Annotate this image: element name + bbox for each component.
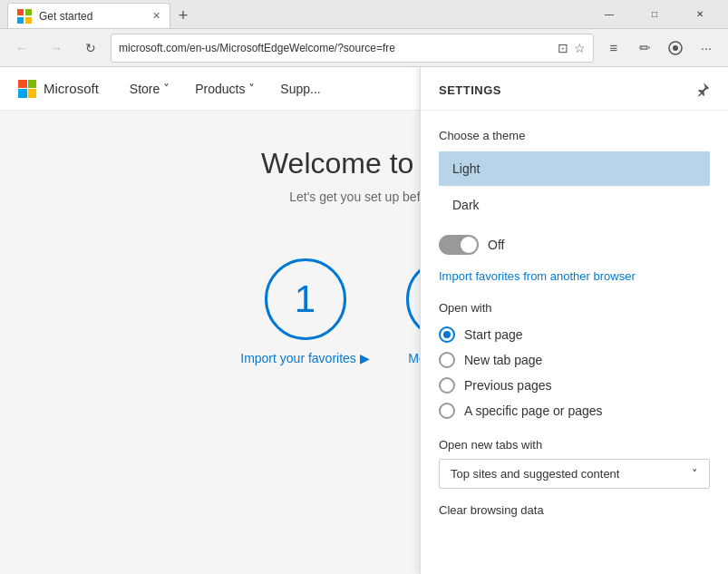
refresh-button[interactable]: ↻ xyxy=(76,34,105,63)
tab-title: Get started xyxy=(39,10,92,23)
tab-area: Get started ✕ + xyxy=(7,0,581,28)
cortana-svg xyxy=(667,40,684,56)
toggle-knob xyxy=(461,237,477,253)
toggle-label: Off xyxy=(488,238,504,252)
web-note-icon[interactable]: ✏ xyxy=(630,34,659,63)
welcome-subtitle: Let's get you set up before xyxy=(289,190,439,204)
svg-rect-2 xyxy=(17,17,24,24)
toggle-row: Off xyxy=(439,235,710,255)
import-favorites-link[interactable]: Import favorites from another browser xyxy=(439,269,710,283)
browser-tab[interactable]: Get started ✕ xyxy=(7,3,170,28)
nav-bar: ← → ↻ microsoft.com/en-us/MicrosoftEdgeW… xyxy=(0,29,728,67)
ms-logo: Microsoft xyxy=(18,80,99,98)
nav-item-products[interactable]: Products ˅ xyxy=(182,67,267,111)
radio-specific-page-circle xyxy=(439,403,455,419)
radio-new-tab-page[interactable]: New tab page xyxy=(439,347,710,373)
content-area: Microsoft Store ˅ Products ˅ Supp... Wel… xyxy=(0,67,728,574)
url-text: microsoft.com/en-us/MicrosoftEdgeWelcome… xyxy=(119,42,552,54)
address-bar[interactable]: microsoft.com/en-us/MicrosoftEdgeWelcome… xyxy=(111,34,594,63)
radio-previous-pages[interactable]: Previous pages xyxy=(439,373,710,398)
clear-browsing-label: Clear browsing data xyxy=(439,503,710,517)
settings-title: SETTINGS xyxy=(439,83,501,97)
ms-logo-text: Microsoft xyxy=(44,81,99,96)
new-tabs-dropdown[interactable]: Top sites and suggested content ˅ xyxy=(439,459,710,489)
radio-specific-page-label: A specific page or pages xyxy=(464,404,603,418)
settings-body: Choose a theme Light Dark Off Import fav… xyxy=(421,111,728,531)
open-with-label: Open with xyxy=(439,301,710,315)
more-actions-icon[interactable]: ··· xyxy=(692,34,721,63)
window-controls: — □ ✕ xyxy=(588,0,721,29)
nav-item-store[interactable]: Store ˅ xyxy=(117,67,182,111)
title-bar: Get started ✕ + — □ ✕ xyxy=(0,0,728,29)
maximize-button[interactable]: □ xyxy=(634,0,675,29)
svg-point-5 xyxy=(673,45,678,51)
radio-specific-page[interactable]: A specific page or pages xyxy=(439,398,710,423)
logo-green xyxy=(28,80,37,89)
radio-start-page[interactable]: Start page xyxy=(439,322,710,347)
toolbar-icons: ≡ ✏ ··· xyxy=(599,34,721,63)
tab-close-button[interactable]: ✕ xyxy=(152,10,160,22)
new-tabs-selected: Top sites and suggested content xyxy=(451,467,619,481)
hub-icon[interactable]: ≡ xyxy=(599,34,628,63)
forward-button[interactable]: → xyxy=(42,34,71,63)
new-tab-button[interactable]: + xyxy=(170,3,196,28)
step-1-label[interactable]: Import your favorites ▶ xyxy=(240,351,370,365)
pin-svg xyxy=(695,82,710,96)
logo-blue xyxy=(18,89,27,98)
radio-new-tab-page-label: New tab page xyxy=(464,353,542,367)
svg-rect-0 xyxy=(17,9,24,15)
close-button[interactable]: ✕ xyxy=(679,0,721,29)
theme-toggle[interactable] xyxy=(439,235,479,255)
tab-favicon xyxy=(17,9,32,24)
radio-previous-pages-circle xyxy=(439,377,455,394)
logo-yellow xyxy=(28,89,37,98)
theme-dark-option[interactable]: Dark xyxy=(439,188,710,222)
svg-rect-3 xyxy=(25,17,32,24)
nav-item-support[interactable]: Supp... xyxy=(267,67,333,111)
minimize-button[interactable]: — xyxy=(588,0,630,29)
radio-start-page-circle xyxy=(439,326,455,343)
settings-header: SETTINGS xyxy=(421,67,728,111)
theme-light-option[interactable]: Light xyxy=(439,151,710,186)
step-1-number: 1 xyxy=(295,277,315,321)
reading-mode-icon[interactable]: ⊡ xyxy=(558,41,568,55)
open-new-tabs-label: Open new tabs with xyxy=(439,438,710,452)
radio-start-page-label: Start page xyxy=(464,327,523,342)
browser-frame: Get started ✕ + — □ ✕ ← → ↻ microsoft.co… xyxy=(0,0,728,574)
radio-previous-pages-label: Previous pages xyxy=(464,378,552,393)
favorites-icon[interactable]: ☆ xyxy=(574,41,586,55)
step-1-circle: 1 xyxy=(265,258,346,340)
svg-rect-1 xyxy=(25,9,32,15)
cortana-icon[interactable] xyxy=(661,34,690,63)
radio-new-tab-page-circle xyxy=(439,352,455,368)
choose-theme-label: Choose a theme xyxy=(439,129,710,142)
dropdown-chevron-icon: ˅ xyxy=(692,467,698,481)
logo-red xyxy=(18,80,27,89)
step-1: 1 Import your favorites ▶ xyxy=(240,258,370,365)
settings-panel: SETTINGS Choose a theme Light Dark xyxy=(420,67,728,574)
settings-pin-icon[interactable] xyxy=(695,82,710,99)
ms-logo-grid xyxy=(18,80,36,98)
back-button[interactable]: ← xyxy=(7,34,36,63)
